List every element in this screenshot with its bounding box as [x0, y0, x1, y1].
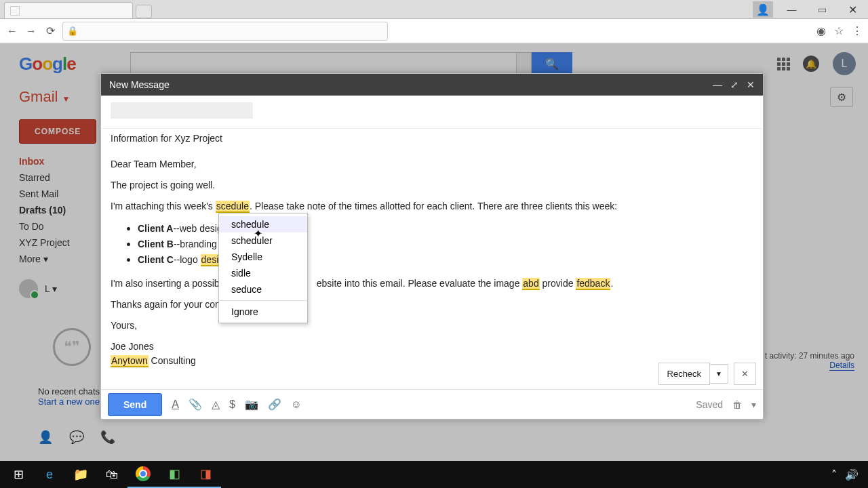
misspelled-fedback[interactable]: fedback [576, 278, 610, 290]
body-greeting: Dear Team Member, [111, 157, 753, 171]
drive-icon[interactable]: ◬ [212, 398, 220, 411]
window-maximize-button[interactable]: ▭ [807, 0, 837, 19]
new-tab-button[interactable] [136, 5, 152, 18]
chrome-taskbar-icon[interactable] [127, 461, 159, 488]
browser-toolbar: ← → ⟳ 🔒 ◉ ☆ ⋮ [0, 19, 868, 43]
misspelled-scedule[interactable]: scedule [216, 201, 250, 213]
body-p4: Thanks again for your contrib [111, 298, 753, 312]
windows-taskbar: ⊞ e 📁 🛍 ◧ ◨ ˄ 🔊 [0, 461, 868, 488]
app-green-icon[interactable]: ◧ [159, 461, 190, 488]
compose-minimize-button[interactable]: — [713, 79, 722, 90]
start-button[interactable]: ⊞ [3, 461, 34, 488]
body-yours: Yours, [111, 319, 753, 333]
tray-volume-icon[interactable]: 🔊 [845, 468, 859, 481]
bookmark-star-icon[interactable]: ☆ [834, 24, 844, 37]
formatting-icon[interactable]: A [172, 399, 179, 411]
chrome-menu-icon[interactable]: ⋮ [852, 24, 863, 37]
compose-window: New Message — ⤢ ✕ Information for Xyz Pr… [100, 73, 764, 420]
signature-company: Anytown Consulting [111, 354, 753, 368]
page-info-icon[interactable]: ◉ [816, 24, 826, 37]
browser-tabstrip: 👤 — ▭ ✕ [0, 0, 868, 19]
lock-icon: 🔒 [67, 26, 78, 36]
edge-icon[interactable]: e [34, 461, 65, 488]
spell-option-sidle[interactable]: sidle [219, 265, 307, 281]
recheck-button[interactable]: Recheck [658, 363, 711, 386]
tray-chevron-icon[interactable]: ˄ [831, 468, 837, 481]
discard-trash-icon[interactable]: 🗑 [732, 399, 742, 410]
spellcheck-menu: schedule scheduler Sydelle sidle seduce … [218, 213, 308, 323]
chrome-profile-icon[interactable]: 👤 [753, 1, 773, 18]
nav-reload-button[interactable]: ⟳ [43, 24, 57, 37]
spell-option-scheduler[interactable]: scheduler [219, 232, 307, 249]
window-minimize-button[interactable]: — [776, 0, 807, 19]
misspelled-anytown[interactable]: Anytown [111, 355, 149, 367]
compose-body[interactable]: Dear Team Member, The project is going w… [101, 150, 763, 389]
recheck-close-button[interactable]: ✕ [734, 363, 756, 386]
compose-footer: Send A 📎 ◬ $ 📷 🔗 ☺ Saved 🗑 ▾ [101, 389, 763, 419]
body-p1: The project is going well. [111, 178, 753, 192]
nav-forward-button[interactable]: → [24, 25, 38, 37]
insert-emoji-icon[interactable]: ☺ [291, 399, 302, 411]
signature-name: Joe Jones [111, 340, 753, 354]
spell-ignore[interactable]: Ignore [219, 304, 307, 320]
spell-option-sydelle[interactable]: Sydelle [219, 249, 307, 265]
file-explorer-icon[interactable]: 📁 [65, 461, 96, 488]
compose-subject[interactable]: Information for Xyz Project [101, 128, 763, 150]
body-p3: I'm also inserting a possible ebsite int… [111, 277, 753, 291]
compose-to-row[interactable] [101, 96, 763, 128]
compose-title: New Message [109, 79, 170, 90]
compose-close-button[interactable]: ✕ [747, 79, 755, 90]
attach-icon[interactable]: 📎 [189, 398, 202, 411]
recipient-chip[interactable] [111, 102, 253, 119]
nav-back-button[interactable]: ← [5, 25, 19, 37]
compose-more-menu[interactable]: ▾ [751, 399, 756, 410]
browser-tab[interactable] [4, 2, 133, 18]
insert-link-icon[interactable]: 🔗 [268, 398, 281, 411]
app-orange-icon[interactable]: ◨ [190, 461, 221, 488]
tab-favicon [10, 6, 20, 16]
spell-option-schedule[interactable]: schedule [219, 216, 307, 232]
compose-header[interactable]: New Message — ⤢ ✕ [101, 74, 763, 96]
address-bar[interactable]: 🔒 [62, 22, 388, 41]
saved-label: Saved [696, 399, 723, 410]
spell-option-seduce[interactable]: seduce [219, 281, 307, 298]
body-p2: I'm attaching this week's scedule. Pleas… [111, 199, 753, 214]
insert-photo-icon[interactable]: 📷 [245, 398, 258, 411]
store-icon[interactable]: 🛍 [96, 461, 127, 488]
recheck-dropdown[interactable]: ▼ [710, 364, 728, 384]
compose-popout-button[interactable]: ⤢ [730, 79, 738, 90]
money-icon[interactable]: $ [229, 399, 235, 411]
misspelled-abd[interactable]: abd [522, 278, 539, 290]
window-close-button[interactable]: ✕ [837, 0, 868, 19]
send-button[interactable]: Send [108, 393, 162, 416]
